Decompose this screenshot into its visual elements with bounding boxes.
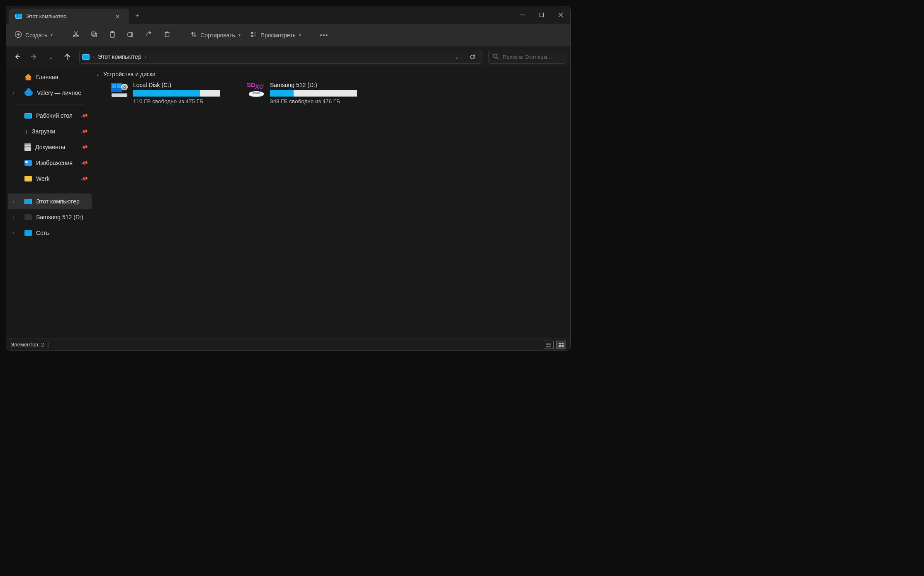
- svg-rect-44: [562, 345, 564, 347]
- svg-point-24: [494, 54, 497, 58]
- chevron-down-icon: ▾: [51, 33, 53, 37]
- drive-name: Local Disk (C:): [133, 82, 234, 88]
- drive-c[interactable]: Local Disk (C:) 110 ГБ свободно из 475 Г…: [110, 82, 234, 104]
- sidebar-item-werk[interactable]: Werk 📌: [8, 171, 92, 186]
- sidebar-item-this-pc[interactable]: › Этот компьютер: [8, 194, 92, 209]
- drives-list: Local Disk (C:) 110 ГБ свободно из 475 Г…: [93, 82, 570, 104]
- sd-card-icon: [24, 214, 32, 220]
- pin-icon: 📌: [80, 174, 89, 183]
- sidebar-item-label: Samsung 512 (D:): [36, 214, 83, 220]
- view-label: Просмотреть: [260, 32, 296, 39]
- chevron-right-icon[interactable]: ›: [13, 230, 15, 235]
- group-title: Устройства и диски: [103, 71, 156, 77]
- sidebar-item-label: Загрузки: [32, 128, 55, 135]
- status-bar: Элементов: 2 |: [6, 339, 570, 350]
- sidebar-item-label: Изображения: [36, 160, 73, 166]
- minimize-button[interactable]: [513, 6, 532, 24]
- drive-free-text: 348 ГБ свободно из 476 ГБ: [270, 98, 371, 104]
- trash-icon: [163, 31, 171, 39]
- address-history-button[interactable]: ⌄: [450, 51, 463, 63]
- rename-button[interactable]: [122, 28, 139, 42]
- chevron-right-icon: ›: [145, 54, 146, 60]
- title-bar: Этот компьютер ✕ ＋: [6, 6, 570, 24]
- view-button[interactable]: Просмотреть ▾: [246, 29, 305, 41]
- breadcrumb-root[interactable]: Этот компьютер: [98, 53, 141, 60]
- chevron-down-icon: ▾: [299, 33, 301, 37]
- new-button[interactable]: Создать ▾: [10, 28, 57, 42]
- close-button[interactable]: [551, 6, 570, 24]
- delete-button[interactable]: [159, 28, 175, 42]
- tab-this-pc[interactable]: Этот компьютер ✕: [9, 9, 129, 24]
- explorer-body: Главная › Valery — личное Рабочий стол 📌…: [6, 67, 570, 339]
- sidebar-item-downloads[interactable]: ↓ Загрузки 📌: [8, 123, 92, 139]
- drive-name: Samsung 512 (D:): [270, 82, 371, 88]
- plus-circle-icon: [15, 31, 22, 39]
- pictures-icon: [24, 160, 32, 166]
- chevron-down-icon: ⌄: [49, 54, 53, 60]
- monitor-icon: [15, 14, 22, 19]
- up-button[interactable]: [60, 50, 74, 64]
- cloud-icon: [24, 90, 33, 96]
- svg-rect-11: [92, 32, 95, 36]
- desktop-icon: [24, 113, 32, 119]
- sidebar-item-pictures[interactable]: Изображения 📌: [8, 155, 92, 171]
- sidebar-item-onedrive[interactable]: › Valery — личное: [8, 85, 92, 101]
- maximize-button[interactable]: [532, 6, 551, 24]
- separator: [15, 190, 84, 190]
- chevron-right-icon[interactable]: ›: [13, 215, 15, 220]
- paste-button[interactable]: [104, 28, 121, 42]
- sidebar-item-desktop[interactable]: Рабочий стол 📌: [8, 108, 92, 123]
- sidebar-item-label: Valery — личное: [37, 90, 81, 96]
- sdxc-icon: SD XC: [247, 82, 266, 98]
- separator: [15, 104, 84, 104]
- svg-rect-17: [165, 33, 169, 37]
- usage-bar-fill: [133, 90, 200, 97]
- hdd-icon: [110, 82, 129, 98]
- details-view-button[interactable]: [544, 341, 554, 349]
- new-tab-button[interactable]: ＋: [129, 8, 146, 24]
- command-bar: Создать ▾ Сортировать ▾ Просмотреть ▾ ••…: [6, 24, 570, 47]
- sidebar-item-documents[interactable]: Документы 📌: [8, 139, 92, 155]
- usage-bar: [270, 90, 357, 97]
- home-icon: [24, 74, 32, 80]
- pin-icon: 📌: [80, 143, 89, 151]
- new-label: Создать: [25, 32, 47, 39]
- tab-close-button[interactable]: ✕: [112, 10, 123, 22]
- sidebar-item-label: Сеть: [36, 230, 49, 236]
- drive-d[interactable]: SD XC Samsung 512 (D:) 348 ГБ свободно и…: [247, 82, 371, 104]
- cut-button[interactable]: [68, 28, 84, 42]
- group-header-devices[interactable]: ⌄ Устройства и диски: [93, 67, 570, 82]
- more-button[interactable]: •••: [316, 29, 333, 41]
- chevron-right-icon: ›: [93, 54, 95, 60]
- sidebar-item-samsung[interactable]: › Samsung 512 (D:): [8, 209, 92, 225]
- sort-button[interactable]: Сортировать ▾: [186, 29, 245, 41]
- share-button[interactable]: [141, 28, 157, 42]
- chevron-right-icon[interactable]: ›: [13, 199, 15, 204]
- chevron-down-icon: ⌄: [96, 71, 100, 77]
- usage-bar-fill: [270, 90, 294, 97]
- sidebar-item-network[interactable]: › Сеть: [8, 225, 92, 241]
- sidebar-item-home[interactable]: Главная: [8, 69, 92, 85]
- chevron-down-icon: ▾: [238, 33, 241, 37]
- monitor-icon: [82, 54, 90, 60]
- document-icon: [24, 143, 31, 151]
- address-bar[interactable]: › Этот компьютер › ⌄: [79, 50, 481, 64]
- chevron-right-icon[interactable]: ›: [13, 90, 15, 95]
- sidebar-item-label: Werk: [36, 175, 49, 182]
- navigation-row: ⌄ › Этот компьютер › ⌄: [6, 47, 570, 67]
- refresh-button[interactable]: [466, 51, 479, 63]
- sort-label: Сортировать: [200, 32, 235, 39]
- tiles-view-button[interactable]: [556, 341, 566, 349]
- recent-button[interactable]: ⌄: [44, 50, 58, 64]
- search-input[interactable]: [503, 54, 571, 60]
- search-box[interactable]: [488, 50, 566, 64]
- sort-icon: [190, 31, 197, 39]
- svg-rect-22: [251, 35, 253, 36]
- copy-icon: [90, 31, 98, 39]
- svg-rect-43: [559, 345, 561, 347]
- svg-text:SD: SD: [247, 81, 255, 88]
- clipboard-icon: [109, 31, 116, 39]
- back-button[interactable]: [10, 50, 24, 64]
- copy-button[interactable]: [86, 28, 102, 42]
- forward-button[interactable]: [27, 50, 41, 64]
